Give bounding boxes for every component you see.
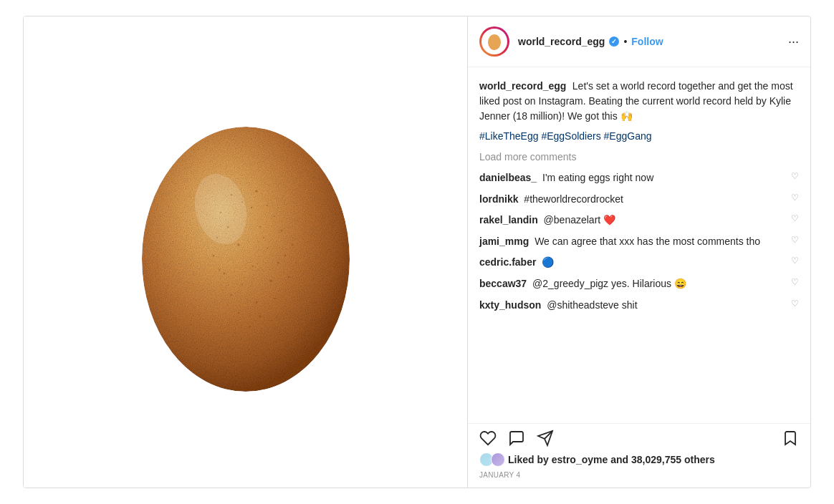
liked-by-text: Liked by estro_oyme and 38,029,755 other… <box>508 454 715 465</box>
avatar-inner <box>481 29 507 54</box>
verified-icon: ✓ <box>609 37 619 47</box>
action-buttons <box>479 430 799 447</box>
liked-by: Liked by estro_oyme and 38,029,755 other… <box>479 452 799 467</box>
svg-point-36 <box>488 34 501 50</box>
caption-block: world_record_egg Let's set a world recor… <box>479 79 799 142</box>
commenter-username[interactable]: lordnikk <box>479 193 518 205</box>
svg-point-26 <box>237 312 239 314</box>
share-button[interactable] <box>537 430 554 447</box>
comment-button[interactable] <box>508 430 525 447</box>
comment-row: jami_mmg We can agree that xxx has the m… <box>479 235 799 249</box>
dot-separator: • <box>623 36 627 47</box>
caption-username[interactable]: world_record_egg <box>479 80 566 92</box>
svg-point-16 <box>251 266 253 267</box>
svg-point-10 <box>280 230 282 232</box>
egg-svg <box>117 87 375 417</box>
like-comment-icon[interactable]: ♡ <box>791 193 799 203</box>
commenter-username[interactable]: jami_mmg <box>479 236 529 247</box>
svg-point-0 <box>142 127 350 392</box>
like-comment-icon[interactable]: ♡ <box>791 299 799 309</box>
comment-content: cedric.faber 🔵 <box>479 256 785 270</box>
comment-text: We can agree that xxx has the most comme… <box>535 236 760 247</box>
svg-point-23 <box>230 294 231 296</box>
post-container: world_record_egg ✓ • Follow ··· world_re… <box>23 16 811 488</box>
post-actions: Liked by estro_oyme and 38,029,755 other… <box>468 423 810 488</box>
svg-point-13 <box>267 248 268 249</box>
svg-point-24 <box>255 301 257 304</box>
svg-point-17 <box>277 261 279 263</box>
post-header: world_record_egg ✓ • Follow ··· <box>468 16 810 67</box>
svg-point-12 <box>237 243 240 246</box>
svg-point-28 <box>248 326 249 328</box>
comment-content: lordnikk #theworldrecordrocket <box>479 193 785 207</box>
svg-point-21 <box>269 279 272 281</box>
avatar-wrapper <box>479 26 509 57</box>
like-comment-icon[interactable]: ♡ <box>791 277 799 287</box>
svg-point-20 <box>241 284 242 285</box>
liked-avatars <box>479 452 502 467</box>
hashtags: #LikeTheEgg #EggSoldiers #EggGang <box>479 130 799 142</box>
svg-point-33 <box>218 269 219 271</box>
svg-point-5 <box>266 205 267 206</box>
liked-avatar-2 <box>491 452 505 467</box>
comment-text: @shitheadsteve shit <box>547 299 637 311</box>
svg-point-30 <box>250 207 251 208</box>
commenter-username[interactable]: rakel_landin <box>479 214 538 226</box>
like-button[interactable] <box>479 430 497 447</box>
svg-point-34 <box>302 273 304 274</box>
hashtag-links[interactable]: #LikeTheEgg #EggSoldiers #EggGang <box>479 130 652 142</box>
post-content: world_record_egg ✓ • Follow ··· world_re… <box>468 16 810 488</box>
commenter-username[interactable]: beccaw37 <box>479 278 527 289</box>
svg-point-27 <box>259 315 261 317</box>
comment-content: kxty_hudson @shitheadsteve shit <box>479 299 785 313</box>
svg-point-15 <box>212 255 214 257</box>
liked-by-others: 38,029,755 others <box>631 454 715 465</box>
comment-row: danielbeas_ I'm eating eggs right now ♡ <box>479 171 799 185</box>
comments-section: world_record_egg Let's set a world recor… <box>468 67 810 423</box>
comment-text: @benazelart ❤️ <box>544 214 615 226</box>
svg-point-9 <box>259 226 260 228</box>
svg-point-14 <box>291 244 293 246</box>
comment-content: danielbeas_ I'm eating eggs right now <box>479 171 785 185</box>
comment-text: #theworldrecordrocket <box>524 193 623 205</box>
svg-point-32 <box>284 255 286 257</box>
like-comment-icon[interactable]: ♡ <box>791 256 799 266</box>
commenter-username[interactable]: danielbeas_ <box>479 172 537 183</box>
svg-point-7 <box>274 215 275 217</box>
svg-point-31 <box>263 237 264 238</box>
comment-content: beccaw37 @2_greedy_pigz yes. Hilarious 😄 <box>479 277 785 291</box>
svg-point-19 <box>223 273 225 275</box>
comment-row: beccaw37 @2_greedy_pigz yes. Hilarious 😄… <box>479 277 799 291</box>
svg-point-25 <box>274 298 275 299</box>
comment-row: lordnikk #theworldrecordrocket ♡ <box>479 193 799 207</box>
liked-by-username[interactable]: estro_oyme <box>552 454 608 465</box>
follow-button[interactable]: Follow <box>631 36 663 47</box>
liked-by-connector: and <box>610 454 628 465</box>
comment-text: @2_greedy_pigz yes. Hilarious 😄 <box>532 278 686 289</box>
like-comment-icon[interactable]: ♡ <box>791 235 799 245</box>
header-info: world_record_egg ✓ • Follow <box>518 36 780 47</box>
profile-username[interactable]: world_record_egg <box>518 36 605 47</box>
svg-point-4 <box>255 190 258 193</box>
comment-row: cedric.faber 🔵 ♡ <box>479 256 799 270</box>
svg-point-22 <box>287 276 289 278</box>
like-comment-icon[interactable]: ♡ <box>791 213 799 223</box>
commenter-username[interactable]: cedric.faber <box>479 256 536 268</box>
post-date: January 4 <box>479 471 799 485</box>
post-image <box>24 16 468 488</box>
comment-text: I'm eating eggs right now <box>542 172 653 183</box>
comment-content: jami_mmg We can agree that xxx has the m… <box>479 235 785 249</box>
comment-text: 🔵 <box>542 256 554 268</box>
comment-content: rakel_landin @benazelart ❤️ <box>479 213 785 228</box>
load-more-comments[interactable]: Load more comments <box>479 151 799 163</box>
svg-point-18 <box>295 262 297 263</box>
like-comment-icon[interactable]: ♡ <box>791 171 799 181</box>
more-options-icon[interactable]: ··· <box>788 34 799 49</box>
commenter-username[interactable]: kxty_hudson <box>479 299 541 311</box>
comment-row: kxty_hudson @shitheadsteve shit ♡ <box>479 299 799 313</box>
comment-row: rakel_landin @benazelart ❤️ ♡ <box>479 213 799 228</box>
bookmark-button[interactable] <box>782 430 799 447</box>
